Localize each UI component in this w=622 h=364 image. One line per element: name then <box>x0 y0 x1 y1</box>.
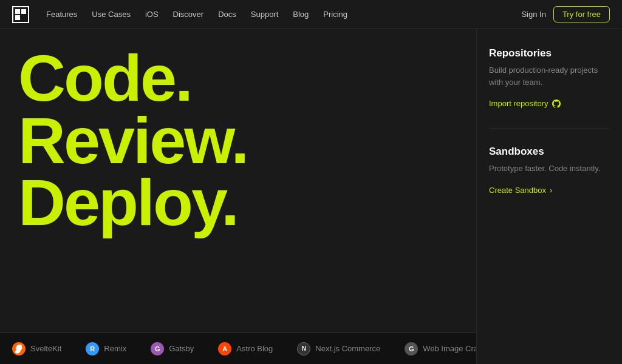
hero-line-3: Deploy. <box>18 172 458 234</box>
remix-icon: R <box>86 342 99 356</box>
panel-divider <box>489 128 610 129</box>
nav-link-blog[interactable]: Blog <box>293 10 309 19</box>
chevron-right-icon: › <box>550 186 552 195</box>
brand-astro: A Astro Blog <box>218 342 273 356</box>
sandboxes-title: Sandboxes <box>489 146 610 158</box>
hero-line-2: Review. <box>18 110 458 172</box>
sandboxes-section: Sandboxes Prototype faster. Code instant… <box>489 146 610 195</box>
import-repository-link[interactable]: Import repository <box>489 99 561 108</box>
nav-link-docs[interactable]: Docs <box>218 10 236 19</box>
nav-link-pricing[interactable]: Pricing <box>323 10 347 19</box>
webcrawler-icon: G <box>405 342 418 356</box>
nav-link-support[interactable]: Support <box>251 10 279 19</box>
nav-link-ios[interactable]: iOS <box>145 10 159 19</box>
navbar: Features Use Cases iOS Discover Docs Sup… <box>0 0 622 29</box>
brand-bar: SvelteKit R Remix G Gatsby A Astro Blog <box>0 332 476 364</box>
repositories-description: Build production-ready projects with you… <box>489 64 610 88</box>
brand-nextjs: N Next.js Commerce <box>297 342 380 356</box>
nextjs-label: Next.js Commerce <box>315 344 380 353</box>
hero-title: Code. Review. Deploy. <box>18 47 458 234</box>
gatsby-label: Gatsby <box>169 344 194 353</box>
try-free-button[interactable]: Try for free <box>553 6 610 22</box>
right-panel: Repositories Build production-ready proj… <box>476 29 622 364</box>
create-sandbox-link[interactable]: Create Sandbox › <box>489 186 552 195</box>
sandboxes-description: Prototype faster. Code instantly. <box>489 163 610 175</box>
import-repository-label: Import repository <box>489 99 549 108</box>
remix-label: Remix <box>104 344 126 353</box>
nextjs-icon: N <box>297 342 310 356</box>
sign-in-button[interactable]: Sign In <box>521 10 545 19</box>
astro-label: Astro Blog <box>236 344 273 353</box>
sveltekit-label: SvelteKit <box>30 344 61 353</box>
astro-icon: A <box>218 342 231 356</box>
nav-link-use-cases[interactable]: Use Cases <box>92 10 131 19</box>
main-content: Code. Review. Deploy. SvelteKit R Remix … <box>0 29 622 364</box>
brand-webcrawler: G Web Image Crawler <box>405 342 476 356</box>
brand-gatsby: G Gatsby <box>151 342 194 356</box>
nav-actions: Sign In Try for free <box>521 6 610 22</box>
hero-line-1: Code. <box>18 47 458 110</box>
nav-links: Features Use Cases iOS Discover Docs Sup… <box>46 10 521 19</box>
brand-sveltekit: SvelteKit <box>12 342 61 356</box>
nav-link-discover[interactable]: Discover <box>173 10 204 19</box>
repositories-section: Repositories Build production-ready proj… <box>489 47 610 109</box>
hero-section: Code. Review. Deploy. SvelteKit R Remix … <box>0 29 476 364</box>
webcrawler-label: Web Image Crawler <box>423 344 476 353</box>
github-icon <box>552 99 561 108</box>
create-sandbox-label: Create Sandbox <box>489 186 546 195</box>
nav-link-features[interactable]: Features <box>46 10 77 19</box>
sveltekit-icon <box>12 342 26 356</box>
gatsby-icon: G <box>151 342 164 356</box>
repositories-title: Repositories <box>489 47 610 59</box>
brand-remix: R Remix <box>86 342 126 356</box>
logo-icon[interactable] <box>12 6 29 23</box>
